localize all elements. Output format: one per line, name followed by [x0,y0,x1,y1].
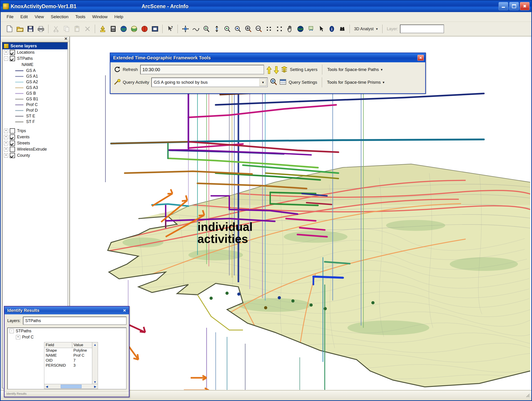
toc-close-icon[interactable]: ✕ [64,37,68,41]
expander-icon[interactable]: + [4,141,8,145]
identify-field-table[interactable]: Field Value Shape Polyline NAME Prof C O… [44,342,98,389]
legend-class-prof-d[interactable]: Prof D [2,108,68,113]
arrow-up-yellow-icon[interactable] [266,66,271,73]
refresh-circular-arrows-icon[interactable] [114,66,120,73]
menu-edit[interactable]: Edit [19,14,29,20]
table-row[interactable]: NAME Prof C [44,353,98,358]
setting-layers-label[interactable]: Setting Layers [290,67,317,72]
query-magic-wand-icon[interactable] [114,78,120,86]
navigate-icon[interactable] [180,24,191,34]
fly-icon[interactable] [191,24,201,34]
dialog-close-icon[interactable]: ✕ [418,55,424,61]
help-pointer-icon[interactable]: ? [165,24,175,34]
scrollbar-thumb[interactable] [61,385,82,388]
legend-class-gs-a3[interactable]: GS A3 [2,85,68,91]
horizontal-scrollbar[interactable]: ◀ ▶ [44,384,98,389]
close-icon[interactable]: ✖ [520,2,530,10]
globe-blue-icon[interactable] [118,24,129,34]
menu-help[interactable]: Help [114,14,124,20]
previous-extent-icon[interactable] [306,24,316,34]
layer-checkbox[interactable] [10,134,15,140]
sidebar-item-locations[interactable]: + Locations [2,49,68,56]
identify-results-dialog[interactable]: Identify Results ✕ Layers: STPaths - STP… [4,306,130,397]
sidebar-item-wirelessextrude[interactable]: + WirelessExtrude [2,146,68,152]
full-extent-icon[interactable] [150,24,160,34]
add-data-icon[interactable] [97,24,108,34]
expander-icon[interactable]: - [4,56,8,61]
zoom-in-icon[interactable] [243,24,253,34]
sidebar-item-events[interactable]: + Events [2,134,68,140]
layer-checkbox[interactable] [10,50,15,55]
layer-checkbox[interactable] [10,141,15,146]
activity-combo[interactable]: GS A going to school by bus ▼ [151,78,268,87]
layer-checkbox[interactable] [10,147,15,152]
table-row[interactable]: PERSONID 3 [44,363,98,368]
query-settings-label[interactable]: Query Settings [289,80,317,85]
globe-red-icon[interactable] [139,24,150,34]
identify-close-icon[interactable]: ✕ [123,308,126,313]
layer-checkbox[interactable] [10,56,15,61]
legend-class-gs-b1[interactable]: GS B1 [2,96,68,102]
scroll-left-icon[interactable]: ◀ [44,385,49,388]
scroll-down-icon[interactable]: ▼ [93,380,97,384]
pan-hand-icon[interactable] [285,24,295,34]
chevron-down-icon[interactable]: ▼ [259,79,266,86]
legend-class-gs-b[interactable]: GS B [2,91,68,96]
resize-grip-icon[interactable] [526,393,530,398]
sidebar-item-county[interactable]: + County [2,152,68,159]
time-input[interactable]: 10:30:00 [140,65,264,74]
find-binoculars-icon[interactable] [337,24,348,34]
scroll-right-icon[interactable]: ▶ [93,385,98,388]
restore-button[interactable] [509,2,519,10]
save-disk-icon[interactable] [25,24,36,34]
scene-layers-group[interactable]: Scene layers [2,43,68,49]
tools-for-space-time-prisms-menu[interactable]: Tools for Space-time Prisms ▼ [327,80,385,85]
legend-class-st-e[interactable]: ST E [2,113,68,119]
menu-file[interactable]: File [6,14,14,20]
legend-class-gs-a[interactable]: GS A [2,68,68,73]
layers-yellow-icon[interactable] [281,66,288,73]
3d-analyst-menu[interactable]: 3D Analyst ▼ [352,27,380,31]
menu-window[interactable]: Window [91,14,109,20]
tree-node-prof-c[interactable]: + Prof C [8,334,126,340]
expander-icon[interactable]: + [4,153,8,158]
sidebar-item-stpaths[interactable]: - STPaths [2,56,68,62]
layer-checkbox[interactable] [10,128,15,134]
scroll-up-icon[interactable]: ▲ [93,342,97,347]
zoom-in-out-icon[interactable] [201,24,212,34]
menu-selection[interactable]: Selection [50,14,69,20]
zoom-in-fixed-icon[interactable] [264,24,274,34]
identify-info-icon[interactable]: i [327,24,337,34]
full-extent-globe-icon[interactable] [295,24,306,34]
legend-class-prof-c[interactable]: Prof C [2,102,68,108]
zoom-to-target-icon[interactable] [222,24,233,34]
set-observer-icon[interactable] [233,24,243,34]
select-arrow-icon[interactable] [316,24,327,34]
scene-properties-icon[interactable] [108,24,118,34]
arrow-down-yellow-icon[interactable] [274,66,279,73]
center-on-target-icon[interactable] [212,24,222,34]
expander-icon[interactable]: + [4,50,8,55]
menu-view[interactable]: View [34,14,45,20]
legend-class-gs-a1[interactable]: GS A1 [2,73,68,79]
zoom-out-icon[interactable] [253,24,264,34]
open-folder-icon[interactable] [15,24,25,34]
minimize-button[interactable] [499,2,508,10]
extended-time-geographic-framework-tools-dialog[interactable]: Extended Time-Geographic Framework Tools… [110,52,426,94]
legend-class-st-f[interactable]: ST F [2,119,68,125]
sidebar-item-streets[interactable]: + Streets [2,140,68,146]
expander-icon[interactable]: + [4,147,8,151]
layers-combo[interactable]: STPaths [23,317,127,325]
menu-tools[interactable]: Tools [74,14,86,20]
sidebar-item-trips[interactable]: + Trips [2,128,68,134]
table-settings-icon[interactable] [279,79,286,86]
identify-tree-area[interactable]: - STPaths + Prof C Field Value Shape Pol… [7,328,127,389]
magnifier-icon[interactable] [270,78,277,86]
zoom-out-fixed-icon[interactable] [274,24,285,34]
layer-combo[interactable] [400,25,444,33]
table-row[interactable]: Shape Polyline [44,348,98,353]
table-row[interactable]: OID 7 [44,358,98,363]
vertical-scrollbar[interactable]: ▲ ▼ [92,342,98,384]
expander-icon[interactable]: - [10,329,14,333]
expander-icon[interactable]: + [16,335,20,339]
